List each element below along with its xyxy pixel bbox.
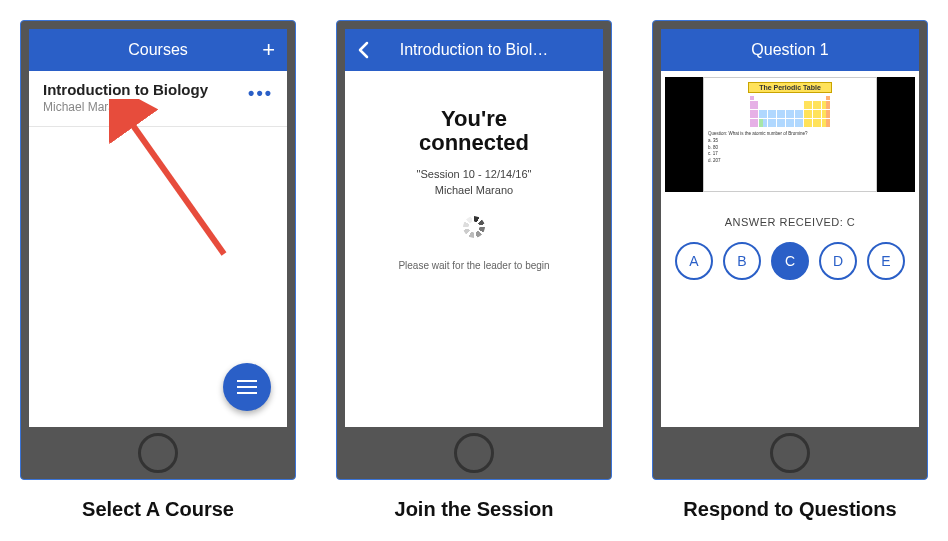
slide-letterbox-left	[665, 77, 703, 192]
header-session: Introduction to Biol…	[345, 29, 603, 71]
header-title: Courses	[128, 41, 188, 59]
phone-1: Courses + Introduction to Biology Michae…	[20, 20, 296, 480]
home-button[interactable]	[138, 433, 178, 473]
phone-2: Introduction to Biol… You're connected "…	[336, 20, 612, 480]
hamburger-icon	[237, 380, 257, 382]
course-list-item[interactable]: Introduction to Biology Michael Marano •…	[29, 71, 287, 127]
screen-3: Question 1 The Periodic Table	[661, 29, 919, 427]
screen-2: Introduction to Biol… You're connected "…	[345, 29, 603, 427]
choice-c[interactable]: C	[771, 242, 809, 280]
phone-3: Question 1 The Periodic Table	[652, 20, 928, 480]
chevron-left-icon	[357, 41, 371, 59]
loading-spinner-icon	[463, 216, 485, 238]
course-instructor: Michael Marano	[43, 100, 273, 114]
course-title: Introduction to Biology	[43, 81, 273, 98]
session-info: "Session 10 - 12/14/16" Michael Marano	[345, 167, 603, 198]
answer-choices: A B C D E	[661, 242, 919, 280]
col-3: Question 1 The Periodic Table	[652, 20, 928, 521]
screen-1: Courses + Introduction to Biology Michae…	[29, 29, 287, 427]
caption-3: Respond to Questions	[683, 498, 896, 521]
col-1: Courses + Introduction to Biology Michae…	[20, 20, 296, 521]
home-button[interactable]	[454, 433, 494, 473]
slide-question: Question: What is the atomic number of B…	[708, 131, 808, 165]
wait-text: Please wait for the leader to begin	[345, 260, 603, 271]
slide-frame: The Periodic Table	[665, 77, 915, 192]
periodic-table-graphic	[750, 96, 831, 127]
session-name: "Session 10 - 12/14/16"	[345, 167, 603, 182]
header-question: Question 1	[661, 29, 919, 71]
choice-a[interactable]: A	[675, 242, 713, 280]
phone-row: Courses + Introduction to Biology Michae…	[20, 20, 928, 521]
caption-1: Select A Course	[82, 498, 234, 521]
header-title: Question 1	[751, 41, 828, 59]
back-button[interactable]	[357, 29, 371, 71]
slide-area: The Periodic Table	[661, 71, 919, 198]
slide-title: The Periodic Table	[748, 82, 832, 93]
slide-content: The Periodic Table	[703, 77, 877, 192]
header-title: Introduction to Biol…	[400, 41, 549, 59]
col-2: Introduction to Biol… You're connected "…	[336, 20, 612, 521]
choice-b[interactable]: B	[723, 242, 761, 280]
add-button[interactable]: +	[262, 29, 275, 71]
choice-d[interactable]: D	[819, 242, 857, 280]
header-courses: Courses +	[29, 29, 287, 71]
session-presenter: Michael Marano	[345, 183, 603, 198]
caption-2: Join the Session	[395, 498, 554, 521]
svg-line-0	[127, 117, 224, 254]
fab-menu-button[interactable]	[223, 363, 271, 411]
home-button[interactable]	[770, 433, 810, 473]
answer-received-label: ANSWER RECEIVED: C	[661, 216, 919, 228]
more-icon[interactable]: •••	[248, 83, 273, 104]
slide-letterbox-right	[877, 77, 915, 192]
choice-e[interactable]: E	[867, 242, 905, 280]
connected-headline: You're connected	[345, 107, 603, 155]
